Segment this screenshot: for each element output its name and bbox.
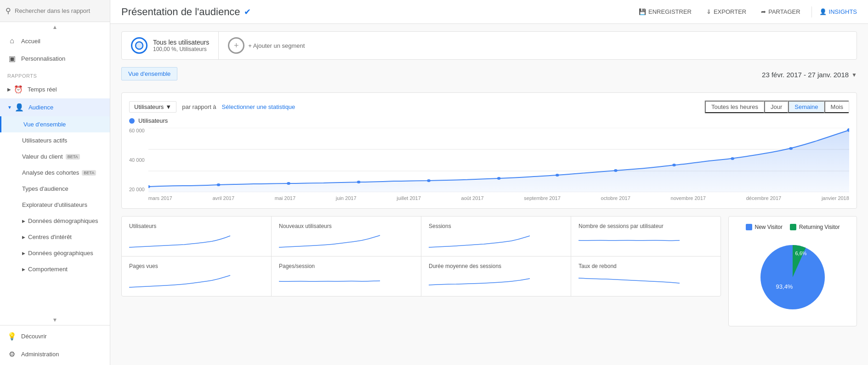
sidebar-item-accueil[interactable]: ⌂ Accueil [0, 32, 110, 50]
search-icon: ⚲ [6, 6, 11, 15]
legend-color-new [746, 224, 752, 230]
time-btn-mois[interactable]: Mois [824, 101, 849, 113]
bottom-section: Utilisateurs Nouveaux utilisateurs Sessi… [121, 216, 857, 326]
sidebar-item-administration[interactable]: ⚙ Administration [0, 345, 110, 363]
pie-label-new: 93,4% [776, 283, 793, 290]
stat-pages-vues: Pages vues [122, 257, 271, 296]
stat-label: Utilisateurs [129, 223, 264, 229]
sidebar-item-utilisateurs-actifs[interactable]: Utilisateurs actifs [0, 132, 110, 148]
sidebar-item-comportement[interactable]: ▶ Comportement [0, 261, 110, 277]
main-chart-svg [148, 128, 849, 192]
sidebar-item-decouvrir[interactable]: 💡 Découvrir [0, 327, 110, 345]
chevron-right-icon: ▶ [22, 251, 25, 256]
home-icon: ⌂ [7, 37, 17, 45]
pie-label-returning: 6,6% [795, 251, 806, 256]
sidebar-item-donnees-geo[interactable]: ▶ Données géographiques [0, 245, 110, 261]
lightbulb-icon: 💡 [7, 332, 17, 341]
sidebar-item-label: Utilisateurs actifs [22, 137, 67, 144]
rapports-section-label: RAPPORTS [0, 68, 110, 80]
stat-label: Sessions [429, 223, 563, 229]
export-icon: ⇓ [706, 8, 711, 15]
stat-label: Durée moyenne des sessions [429, 263, 563, 269]
sparkline-utilisateurs [129, 231, 264, 250]
legend-returning-visitor: Returning Visitor [790, 224, 840, 230]
sidebar-item-label: Personnalisation [21, 55, 65, 62]
time-btn-toutes-heures[interactable]: Toutes les heures [705, 101, 764, 113]
time-btn-jour[interactable]: Jour [764, 101, 788, 113]
sidebar-item-label: Vue d'ensemble [23, 121, 66, 128]
x-label-decembre: décembre 2017 [746, 195, 781, 201]
sidebar-item-audience[interactable]: ▼ 👤 Audience [0, 98, 110, 116]
x-label-aout: août 2017 [461, 195, 484, 201]
sidebar-item-centres-interet[interactable]: ▶ Centres d'intérêt [0, 229, 110, 245]
metric-dropdown[interactable]: Utilisateurs ▼ [129, 101, 176, 113]
sidebar-item-explorateur[interactable]: Explorateur d'utilisateurs [0, 197, 110, 213]
chart-controls: Utilisateurs ▼ par rapport à Sélectionne… [129, 100, 849, 114]
stat-label: Nombre de sessions par utilisateur [579, 223, 713, 229]
top-bar: Présentation de l'audience ✔ 💾 ENREGISTR… [110, 0, 868, 24]
x-label-septembre: septembre 2017 [524, 195, 561, 201]
metric-label: Utilisateurs [134, 103, 164, 110]
x-label-avril: avril 2017 [212, 195, 234, 201]
sidebar-item-personnalisation[interactable]: ▣ Personnalisation [0, 50, 110, 68]
chevron-right-icon: ▶ [22, 235, 25, 240]
insights-icon: 👤 [819, 8, 827, 15]
x-label-janvier: janvier 2018 [822, 195, 849, 201]
scroll-up-arrow[interactable]: ▲ [0, 22, 110, 32]
tab-bar: Vue d'ensemble [121, 67, 177, 80]
save-icon: 💾 [639, 8, 646, 15]
svg-point-15 [789, 147, 793, 150]
sidebar-item-temps-reel[interactable]: ▶ ⏰ Temps réel [0, 80, 110, 98]
add-segment-button[interactable]: + + Ajouter un segment [219, 32, 857, 59]
stat-nouveaux-utilisateurs: Nouveaux utilisateurs [272, 217, 421, 256]
segment-circle-gray: + [228, 37, 244, 54]
segment-name: Tous les utilisateurs [153, 39, 209, 46]
stat-label: Pages vues [129, 263, 264, 269]
stat-pages-session: Pages/session [272, 257, 421, 296]
date-range-text: 23 févr. 2017 - 27 janv. 2018 [762, 71, 849, 79]
date-range-bar[interactable]: 23 févr. 2017 - 27 janv. 2018 ▼ [762, 71, 857, 79]
sidebar-search-area[interactable]: ⚲ [0, 0, 110, 22]
sparkline-pages-session [279, 271, 414, 290]
svg-point-12 [614, 169, 618, 172]
sidebar-item-label: Types d'audience [22, 185, 68, 192]
svg-point-6 [216, 183, 220, 186]
scroll-down-arrow[interactable]: ▼ [0, 315, 110, 325]
chart-legend: Utilisateurs [129, 117, 849, 124]
plus-icon: + [234, 41, 239, 51]
person-icon: 👤 [15, 103, 24, 112]
sidebar-item-analyse-cohortes[interactable]: Analyse des cohortes BETA [0, 165, 110, 181]
sidebar-item-label: Administration [21, 351, 59, 358]
segment-pct: 100,00 %, Utilisateurs [153, 46, 209, 52]
segment-tous-utilisateurs[interactable]: Tous les utilisateurs 100,00 %, Utilisat… [122, 32, 219, 59]
partager-label: PARTAGER [768, 8, 800, 15]
gear-icon: ⚙ [7, 350, 17, 359]
content-area: Tous les utilisateurs 100,00 %, Utilisat… [110, 24, 868, 334]
sidebar-item-valeur-client[interactable]: Valeur du client BETA [0, 148, 110, 165]
legend-label-utilisateurs: Utilisateurs [138, 117, 168, 124]
tab-vue-ensemble[interactable]: Vue d'ensemble [121, 67, 177, 80]
y-label-60000: 60 000 [129, 128, 145, 133]
divider [811, 6, 812, 17]
legend-color-returning [790, 224, 796, 230]
time-range-buttons: Toutes les heures Jour Semaine Mois [704, 100, 849, 114]
partager-button[interactable]: ➦ PARTAGER [757, 6, 804, 17]
search-input[interactable] [15, 7, 104, 14]
stat-duree-moyenne: Durée moyenne des sessions [421, 257, 571, 296]
select-stat-link[interactable]: Sélectionner une statistique [222, 103, 295, 110]
y-label-20000: 20 000 [129, 187, 145, 192]
sidebar-item-donnees-demo[interactable]: ▶ Données démographiques [0, 213, 110, 229]
enregistrer-button[interactable]: 💾 ENREGISTRER [635, 6, 695, 17]
insights-button[interactable]: 👤 INSIGHTS [819, 8, 857, 15]
time-btn-semaine[interactable]: Semaine [788, 101, 824, 113]
ajouter-segment-label: + Ajouter un segment [248, 42, 305, 49]
exporter-button[interactable]: ⇓ EXPORTER [703, 6, 750, 17]
stat-sessions-par-utilisateur: Nombre de sessions par utilisateur [571, 217, 720, 256]
sidebar-item-vue-densemble[interactable]: Vue d'ensemble [0, 116, 110, 132]
insights-label: INSIGHTS [829, 8, 857, 15]
stat-taux-rebond: Taux de rebond [571, 257, 720, 296]
sidebar-item-types-audience[interactable]: Types d'audience [0, 181, 110, 197]
pie-chart-svg: 6,6% 93,4% [751, 236, 834, 319]
sidebar-item-label: Temps réel [28, 86, 57, 93]
date-dropdown-arrow[interactable]: ▼ [851, 72, 857, 78]
